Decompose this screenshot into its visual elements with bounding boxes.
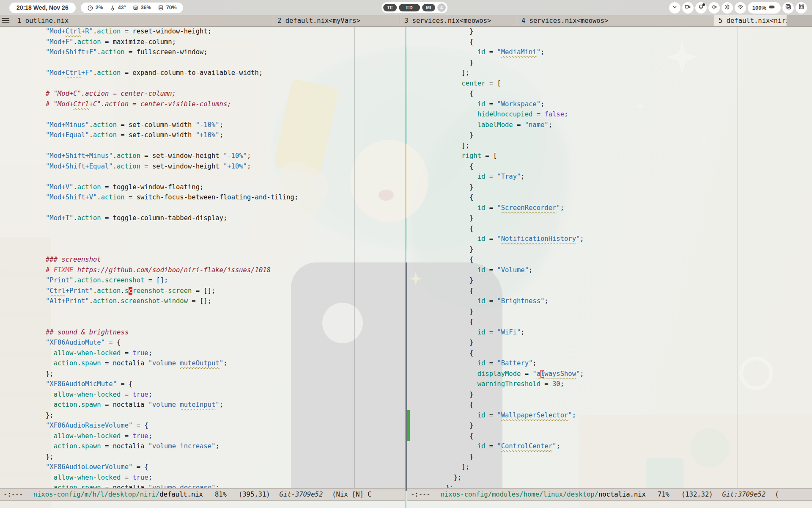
- code-segment: ;: [148, 432, 152, 440]
- code-segment: "+10%": [223, 163, 247, 170]
- code-segment: right: [461, 152, 481, 160]
- code-line: "XF86AudioMicMute" = {: [46, 379, 405, 389]
- workspace-pill-4[interactable]: 4: [437, 3, 446, 12]
- code-segment: =: [121, 391, 132, 398]
- code-segment: };: [46, 411, 54, 419]
- code-segment: }: [422, 339, 473, 346]
- code-segment: action: [77, 38, 101, 46]
- tab-3[interactable]: 3 services.nix<meowos>: [400, 15, 517, 26]
- code-segment: [422, 173, 477, 180]
- code-segment: = maximize-column;: [101, 38, 176, 46]
- code-line: "Alt+Print".action.screenshot-window = […: [46, 296, 405, 306]
- code-segment: "Mod+F": [46, 38, 73, 46]
- bell-button[interactable]: [695, 2, 707, 14]
- code-segment: 30: [552, 380, 560, 388]
- code-segment: =: [121, 432, 132, 440]
- code-segment: = noctalia: [101, 359, 148, 367]
- code-segment: .: [77, 442, 81, 450]
- code-segment: ;: [580, 370, 584, 378]
- chevron-down-icon: [672, 4, 678, 12]
- code-segment: ": [497, 235, 501, 243]
- code-segment: spawn: [81, 359, 101, 367]
- code-segment: }: [422, 59, 473, 66]
- code-line: {: [422, 400, 812, 410]
- brightness-button[interactable]: [721, 2, 733, 14]
- cat-button[interactable]: [796, 2, 807, 14]
- code-segment: c: [129, 287, 132, 295]
- code-segment: = set-window-height: [140, 163, 223, 170]
- code-segment: ;: [544, 297, 548, 305]
- workspace-pill-ed[interactable]: ED: [399, 4, 420, 12]
- code-segment: =: [485, 100, 497, 108]
- code-segment: {: [422, 163, 473, 170]
- code-segment: };: [46, 453, 54, 461]
- code-segment: = [];: [188, 297, 211, 305]
- code-segment: action: [54, 401, 77, 409]
- volume-muted-button[interactable]: [708, 2, 720, 14]
- clock-widget[interactable]: 20:18 Wed, Nov 26: [9, 3, 76, 13]
- code-segment: "Mod+Minus": [46, 121, 89, 129]
- code-line: "XF86AudioLowerVolume" = {: [46, 462, 405, 472]
- tab-5[interactable]: 5 default.nix<niri>: [714, 15, 787, 26]
- modeline-right[interactable]: -:--- nixos-config/modules/home/linux/de…: [407, 488, 812, 501]
- tab-4[interactable]: 4 services.nix<meowos>: [517, 15, 714, 26]
- menu-icon[interactable]: [0, 15, 13, 26]
- code-line: "XF86AudioMute" = {: [46, 337, 405, 348]
- tab-2[interactable]: 2 default.nix<myVars>: [273, 15, 400, 26]
- code-line: }: [422, 244, 812, 255]
- code-line: "Mod+F".action = maximize-column;: [46, 37, 405, 47]
- wifi-button[interactable]: [735, 2, 746, 14]
- chevron-down-button[interactable]: [669, 2, 680, 14]
- code-buffer-right[interactable]: } { id = "MediaMini"; } ]; center = [ { …: [407, 26, 812, 489]
- code-segment: = set-window-height: [140, 152, 223, 160]
- code-segment: = {: [117, 380, 132, 388]
- metric-gauge: 2%: [87, 5, 103, 11]
- code-segment: {: [422, 349, 473, 357]
- modeline-scroll-percent: 71%: [658, 491, 669, 498]
- code-segment: =: [532, 110, 544, 118]
- status-bar: 20:18 Wed, Nov 26 2%43°36%70% TEEDMI4 10…: [0, 0, 812, 15]
- battery-widget[interactable]: 100%: [748, 2, 781, 14]
- editor-window-left[interactable]: "Mod+Ctrl+R".action = reset-window-heigh…: [0, 26, 406, 508]
- code-segment: {: [422, 318, 473, 326]
- code-line: allow-when-locked = true;: [46, 472, 405, 483]
- code-segment: FIXME: [54, 266, 74, 274]
- code-segment: ;: [148, 391, 152, 398]
- code-segment: "XF86AudioMute": [46, 339, 105, 346]
- system-metrics-widget[interactable]: 2%43°36%70%: [81, 3, 183, 13]
- workspace-pill-mi[interactable]: MI: [422, 4, 435, 12]
- code-segment: displayMode: [477, 370, 521, 378]
- code-segment: "Mod+V": [46, 183, 73, 191]
- code-segment: =: [521, 370, 532, 378]
- code-segment: true: [132, 474, 148, 481]
- code-segment: Ctrl: [49, 287, 65, 295]
- code-segment: ;: [560, 380, 564, 388]
- code-segment: "Mod+Shift+V": [46, 193, 97, 201]
- code-segment: screenshot: [105, 276, 144, 284]
- code-segment: [422, 110, 477, 118]
- code-buffer-left[interactable]: "Mod+Ctrl+R".action = reset-window-heigh…: [0, 26, 405, 489]
- code-segment: "Mod+Equal": [46, 131, 89, 139]
- editor-window-right[interactable]: } { id = "MediaMini"; } ]; center = [ { …: [407, 26, 812, 508]
- tab-1[interactable]: 1 outline.nix: [13, 15, 273, 26]
- code-segment: .: [93, 28, 97, 35]
- code-line: "Print".action.screenshot = [];: [46, 275, 405, 286]
- code-segment: [422, 235, 477, 243]
- metric-memory: 70%: [158, 5, 177, 11]
- wallpaper-button[interactable]: [782, 2, 794, 14]
- code-segment: false: [544, 110, 564, 118]
- workspace-pill-te[interactable]: TE: [383, 4, 397, 12]
- code-line: [46, 109, 405, 120]
- modeline-left[interactable]: -:--- nixos-config/m/h/l/desktop/niri/de…: [0, 488, 405, 501]
- code-segment: "volume increase": [148, 442, 216, 450]
- metric-value: 43°: [118, 5, 126, 11]
- code-segment: [46, 401, 54, 409]
- wallpaper-icon: [785, 3, 792, 12]
- code-line: [46, 141, 405, 151]
- code-segment: }: [422, 453, 473, 461]
- screen-record-button[interactable]: [682, 2, 694, 14]
- code-segment: [422, 204, 477, 212]
- code-line: id = "Brightness";: [422, 296, 812, 306]
- code-segment: =: [513, 121, 525, 129]
- code-segment: id: [477, 411, 486, 419]
